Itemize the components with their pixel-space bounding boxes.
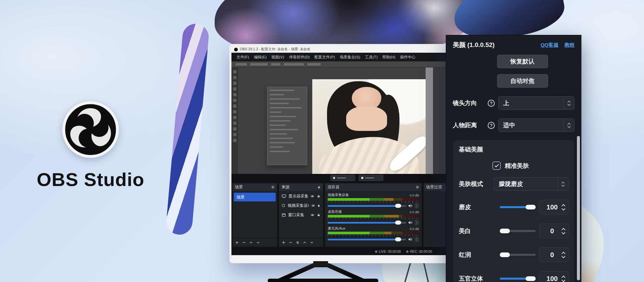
chevron-up-down-icon — [564, 97, 574, 109]
smoothing-slider[interactable] — [500, 206, 536, 208]
channel-menu-button[interactable]: ⋮ — [415, 203, 419, 208]
lock-icon[interactable] — [317, 204, 320, 207]
source-row[interactable]: 窗口采集 — [279, 210, 323, 220]
subject-distance-select[interactable]: 适中 — [498, 119, 575, 132]
speaker-icon[interactable] — [408, 237, 413, 241]
menu-view[interactable]: 视图(V) — [269, 55, 286, 60]
remove-source-button[interactable] — [289, 241, 292, 244]
add-scene-button[interactable] — [235, 241, 239, 244]
menu-plugin-center[interactable]: 插件中心 — [398, 55, 418, 60]
menu-profile[interactable]: 配置文件(P) — [312, 55, 337, 60]
whitening-slider[interactable] — [500, 230, 536, 232]
whitening-spinbox[interactable]: 0 — [539, 224, 569, 238]
skin-mode-label: 美肤模式 — [459, 180, 494, 188]
channel-menu-button[interactable]: ⋮ — [415, 237, 419, 242]
move-scene-down-button[interactable] — [256, 241, 260, 244]
whitening-slider-row: 美白 0 — [459, 224, 569, 238]
facial-contour-slider[interactable] — [500, 278, 536, 280]
source-properties-gear-icon[interactable] — [296, 241, 300, 244]
obs-logo-small-icon — [234, 48, 238, 51]
panel-scrollbar[interactable] — [577, 136, 580, 280]
obs-status-bar: LIVE: 00:00:00 REC: 00:00:00 — [231, 248, 482, 255]
chevron-up-down-icon — [557, 178, 568, 190]
window-icon — [282, 213, 286, 217]
speaker-icon[interactable] — [408, 204, 413, 208]
square-icon — [361, 177, 364, 179]
obs-branding: OBS Studio — [20, 101, 161, 190]
add-source-button[interactable] — [282, 241, 285, 244]
scenes-dock: 场景 场景 — [232, 183, 277, 247]
spinner-arrows-icon[interactable] — [561, 228, 566, 234]
spinner-arrows-icon[interactable] — [561, 276, 566, 282]
subject-distance-row: 人物距离 ? 适中 — [453, 119, 575, 132]
vu-meter — [328, 215, 419, 218]
obs-title-bar: OBS 29.1.3 - 配置文件: 未命名 - 场景: 未命名 — [231, 46, 482, 53]
tutorial-link[interactable]: 教程 — [565, 42, 575, 48]
mixer-channel: 视频采集设备0.0 dB ⋮ — [325, 191, 422, 208]
db-value: 0.0 dB — [410, 210, 419, 214]
beauty-panel-title: 美颜 (1.0.0.52) — [453, 41, 495, 49]
monitor-stand-leg — [318, 263, 368, 281]
preview-captured-photo-editor — [231, 67, 482, 174]
move-source-up-button[interactable] — [303, 241, 307, 244]
auto-focus-button[interactable]: 自动对焦 — [497, 74, 548, 88]
portrait-photo — [312, 79, 426, 174]
window-title: OBS 29.1.3 - 配置文件: 未命名 - 场景: 未命名 — [240, 47, 311, 52]
remove-scene-button[interactable] — [242, 241, 246, 244]
live-dot-icon — [375, 250, 377, 253]
smoothing-spinbox[interactable]: 100 — [539, 200, 569, 215]
skin-mode-row: 美肤模式 朦胧磨皮 — [459, 177, 569, 191]
gear-icon[interactable] — [271, 185, 275, 189]
move-source-down-button[interactable] — [310, 241, 314, 244]
help-icon[interactable]: ? — [488, 122, 495, 129]
move-scene-up-button[interactable] — [249, 241, 253, 244]
help-icon[interactable]: ? — [488, 100, 495, 107]
volume-slider[interactable] — [328, 222, 406, 224]
eye-icon[interactable] — [310, 213, 315, 217]
sources-dock: 来源 显示器采集 视频采集设备 — [279, 183, 323, 247]
editor-floating-panel — [267, 87, 307, 165]
rosy-slider[interactable] — [500, 254, 536, 256]
skin-mode-select[interactable]: 朦胧磨皮 — [494, 177, 569, 191]
source-row[interactable]: 视频采集设备 — [279, 201, 323, 210]
obs-menu-bar: 文件(F) 编辑(E) 视图(V) 停靠部件(D) 配置文件(P) 场景集合(S… — [231, 53, 482, 61]
preview-toolbar-button-1[interactable] — [330, 175, 355, 181]
sources-dock-title: 来源 — [281, 184, 289, 190]
lock-icon[interactable] — [317, 185, 321, 189]
camera-direction-select[interactable]: 上 — [498, 96, 575, 110]
spinner-arrows-icon[interactable] — [561, 204, 566, 210]
menu-edit[interactable]: 编辑(E) — [252, 55, 269, 60]
source-row[interactable]: 显示器采集 — [279, 191, 323, 201]
scene-item[interactable]: 场景 — [234, 193, 276, 201]
preview-toolbar-button-2[interactable] — [359, 175, 383, 181]
db-value: 0.0 dB — [410, 227, 419, 231]
spinner-arrows-icon[interactable] — [561, 252, 566, 258]
lock-icon[interactable] — [317, 194, 320, 198]
channel-menu-button[interactable]: ⋮ — [415, 220, 419, 225]
menu-file[interactable]: 文件(F) — [234, 55, 252, 60]
volume-slider[interactable] — [328, 205, 406, 207]
dot-icon — [333, 177, 335, 179]
mixer-channel: 桌面音频0.0 dB ⋮ — [325, 208, 422, 225]
precise-skin-checkbox[interactable] — [492, 161, 501, 170]
gear-icon[interactable] — [416, 185, 419, 189]
facial-contour-spinbox[interactable]: 100 — [539, 271, 569, 282]
rosy-spinbox[interactable]: 0 — [539, 247, 569, 262]
menu-docks[interactable]: 停靠部件(D) — [286, 55, 312, 60]
audio-mixer-dock: 混音器 视频采集设备0.0 dB ⋮ — [325, 183, 422, 247]
photo-blob-edge — [165, 23, 210, 236]
menu-tools[interactable]: 工具(T) — [363, 55, 380, 60]
rosy-slider-row: 红润 0 — [459, 247, 569, 262]
transitions-dock-title: 场景过渡 — [426, 184, 442, 190]
eye-icon[interactable] — [311, 204, 315, 207]
menu-scene-collection[interactable]: 场景集合(S) — [337, 55, 363, 60]
qq-support-link[interactable]: QQ客服 — [541, 42, 558, 48]
lock-icon[interactable] — [317, 213, 320, 217]
obs-docks: 场景 场景 来源 — [231, 182, 482, 248]
eye-icon[interactable] — [310, 194, 315, 198]
restore-defaults-button[interactable]: 恢复默认 — [497, 55, 548, 68]
menu-help[interactable]: 帮助(H) — [380, 55, 398, 60]
monitor-stand-base — [268, 279, 378, 282]
speaker-icon[interactable] — [408, 221, 413, 225]
volume-slider[interactable] — [328, 239, 406, 240]
